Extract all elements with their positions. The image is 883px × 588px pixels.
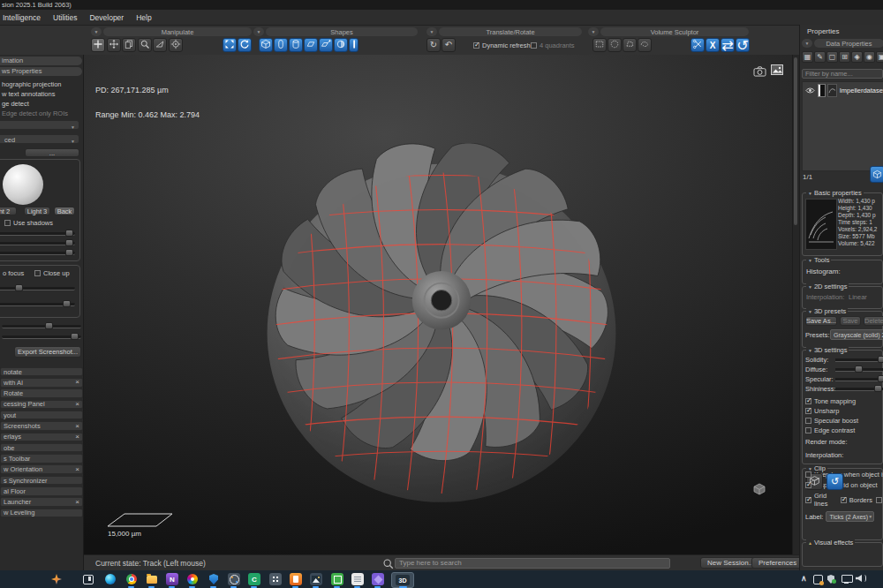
sculpt-circle-button[interactable]: [608, 38, 622, 52]
panel-list-item[interactable]: w Orientation×: [0, 464, 83, 474]
panel-list-item[interactable]: cessing Panel×: [0, 400, 83, 410]
orthographic-projection-label[interactable]: hographic projection: [2, 80, 62, 88]
tray-notification-icon[interactable]: [813, 575, 823, 586]
curve-thumbnail[interactable]: [827, 84, 837, 97]
focus-tool-button[interactable]: [169, 38, 183, 52]
view-slider[interactable]: [2, 325, 81, 328]
edge-detect-only-rois-label[interactable]: Edge detect only ROIs: [2, 109, 68, 117]
slider-track[interactable]: [835, 378, 883, 381]
use-shadows-option[interactable]: Use shadows: [4, 219, 53, 227]
data-properties-header[interactable]: Data Properties: [814, 39, 883, 48]
dynamic-refresh-checkbox[interactable]: [473, 42, 479, 49]
slider-track[interactable]: [835, 388, 883, 391]
checkbox[interactable]: [805, 427, 811, 433]
sculpt-polygon-button[interactable]: [623, 38, 637, 52]
security-shield-icon[interactable]: [208, 573, 220, 585]
back-button[interactable]: Back: [54, 207, 75, 215]
properties-tab[interactable]: Properties: [807, 27, 839, 35]
dynamic-refresh-option[interactable]: Dynamic refresh: [473, 41, 531, 49]
scrollbar-thumb[interactable]: [794, 57, 797, 225]
close-up-option[interactable]: Close up: [34, 269, 70, 277]
close-icon[interactable]: ×: [75, 379, 79, 386]
orientation-cube-icon[interactable]: [752, 482, 766, 500]
preset-dropdown[interactable]: Grayscale (solid) 2: [830, 329, 883, 340]
extra-checkbox[interactable]: [876, 497, 882, 503]
manipulate-collapse-icon[interactable]: ▼: [91, 27, 102, 36]
display-grid-checkbox[interactable]: [805, 482, 811, 488]
menu-utilities[interactable]: Utilities: [53, 13, 77, 22]
3d-setting-checkbox-row[interactable]: Specular boost: [803, 416, 882, 426]
shape-plane-handle-button[interactable]: [319, 38, 333, 52]
grid-lines-checkbox[interactable]: [805, 497, 811, 503]
shape-sphere-button[interactable]: [334, 38, 348, 52]
checkbox[interactable]: [805, 408, 811, 414]
light-intensity-slider[interactable]: [0, 232, 75, 236]
slider-knob[interactable]: [878, 356, 883, 363]
slider-knob[interactable]: [855, 366, 863, 373]
move-tool-button[interactable]: [107, 38, 121, 52]
slider-knob[interactable]: [65, 230, 73, 237]
close-up-checkbox[interactable]: [34, 270, 41, 276]
layer-icon[interactable]: ▢: [826, 51, 838, 63]
sculpt-lasso-button[interactable]: [638, 38, 652, 52]
focus-slider[interactable]: [0, 303, 75, 306]
light-preview-sphere[interactable]: [3, 164, 43, 205]
calculator-icon[interactable]: [269, 573, 282, 585]
translate-object-button[interactable]: ↻: [426, 38, 441, 52]
shape-cylinder-button[interactable]: [289, 38, 303, 52]
duplicate-view-button[interactable]: [122, 38, 136, 52]
transfer-function-thumbnail[interactable]: [818, 84, 826, 97]
panel-list-item[interactable]: Rotate: [0, 388, 83, 398]
impeller-3d-render[interactable]: [252, 143, 631, 509]
undo-sculpt-button[interactable]: ↺: [736, 38, 750, 52]
dataset-action-button[interactable]: [870, 166, 883, 183]
fit-view-button[interactable]: [223, 38, 237, 52]
panel-list-item[interactable]: s Synchronizer: [0, 476, 83, 486]
slider-knob[interactable]: [71, 333, 79, 340]
close-icon[interactable]: ×: [75, 423, 79, 430]
notes-icon[interactable]: [351, 573, 364, 585]
panel-list-item[interactable]: yout: [0, 411, 83, 420]
table-view-icon[interactable]: ▦: [802, 51, 813, 63]
edge-detect-label[interactable]: ge detect: [2, 100, 29, 108]
shape-box-button[interactable]: [259, 38, 273, 52]
office-app-icon[interactable]: [290, 573, 302, 585]
slider-knob[interactable]: [874, 385, 882, 392]
dataset-name[interactable]: Impellerdataset: [840, 87, 883, 94]
shapes-collapse-icon[interactable]: ▼: [253, 27, 264, 36]
dataset-preview-thumbnail[interactable]: [805, 199, 837, 250]
file-explorer-icon[interactable]: [146, 573, 158, 585]
panel-list-item[interactable]: erlays×: [0, 433, 83, 442]
light3-button[interactable]: Light 3: [24, 207, 50, 215]
panel-list-item[interactable]: Launcher×: [0, 497, 83, 507]
extra-tool-icon[interactable]: ▣: [876, 51, 883, 63]
right-panel-scrollbar[interactable]: [792, 55, 799, 554]
shape-plane-button[interactable]: [304, 38, 318, 52]
green-app-icon[interactable]: [331, 573, 343, 585]
animation-section-header[interactable]: imation: [0, 57, 82, 65]
panel-list-item[interactable]: with AI×: [0, 378, 83, 388]
3d-setting-checkbox-row[interactable]: Edge contrast: [803, 426, 882, 435]
light-intensity-slider[interactable]: [0, 242, 75, 245]
four-quadrants-option[interactable]: 4 quadrants: [531, 41, 575, 49]
edge-browser-icon[interactable]: [104, 573, 117, 585]
tray-volume-icon[interactable]: [856, 575, 866, 584]
close-icon[interactable]: ×: [75, 499, 79, 506]
tray-network-icon[interactable]: [841, 575, 853, 584]
panel-list-item[interactable]: w Leveling: [0, 509, 83, 518]
close-icon[interactable]: ×: [75, 433, 79, 441]
slider-knob[interactable]: [63, 300, 71, 307]
volume-sculptor-collapse-icon[interactable]: ▼: [588, 27, 599, 36]
save-as-button[interactable]: Save As...: [805, 316, 837, 326]
borders-checkbox[interactable]: [841, 497, 847, 503]
checkbox[interactable]: [805, 398, 811, 404]
search-input[interactable]: [395, 558, 670, 569]
visibility-eye-icon[interactable]: [805, 82, 815, 98]
shapes-group-header[interactable]: Shapes: [266, 27, 418, 36]
add-window-icon[interactable]: ⊞: [839, 51, 850, 63]
photos-icon[interactable]: [186, 573, 199, 585]
view-slider[interactable]: [2, 335, 81, 339]
slider-knob[interactable]: [65, 239, 73, 246]
advanced-dropdown[interactable]: ced▼: [0, 134, 79, 144]
menu-intelligence[interactable]: Intelligence: [3, 13, 41, 22]
